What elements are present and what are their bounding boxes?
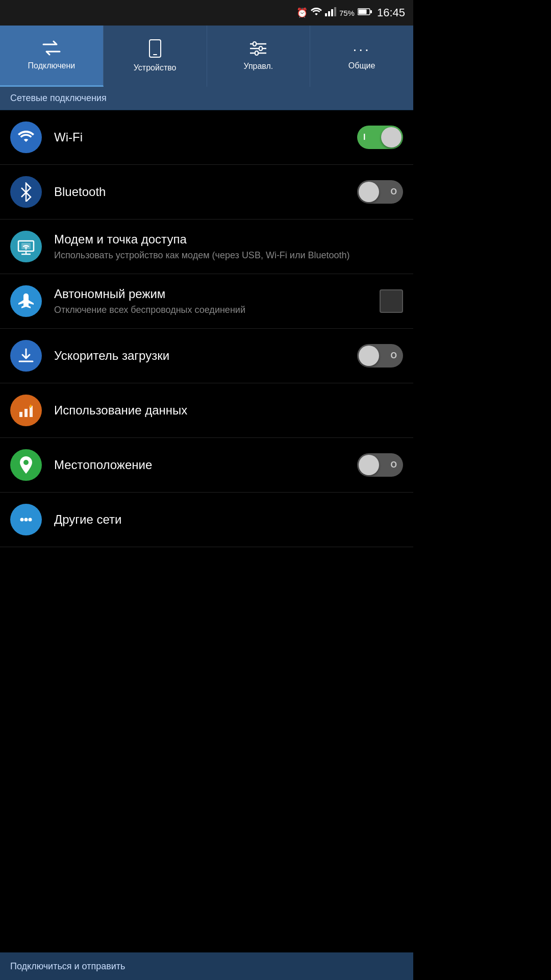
wifi-title: Wi-Fi <box>54 129 349 145</box>
more-networks-icon <box>10 504 42 535</box>
download-booster-item[interactable]: Ускоритель загрузки O <box>0 329 413 383</box>
svg-rect-3 <box>334 7 336 16</box>
phone-icon <box>148 39 162 60</box>
airplane-item-icon <box>10 285 42 317</box>
download-booster-toggle[interactable]: O <box>357 344 403 368</box>
data-usage-text: Использование данных <box>54 402 403 418</box>
battery-icon <box>358 8 372 18</box>
data-usage-icon <box>10 395 42 426</box>
svg-point-29 <box>20 518 24 522</box>
svg-point-21 <box>26 248 27 250</box>
bluetooth-toggle[interactable]: O <box>357 180 403 204</box>
signal-icon <box>325 7 336 19</box>
bottom-bar[interactable]: Подключиться и отправить <box>0 952 413 980</box>
bottom-bar-label: Подключиться и отправить <box>10 961 125 972</box>
wifi-item-text: Wi-Fi <box>54 129 349 145</box>
svg-rect-2 <box>331 9 333 16</box>
download-booster-text: Ускоритель загрузки <box>54 348 349 363</box>
airplane-subtitle: Отключение всех беспроводных соединений <box>54 304 371 316</box>
more-networks-title: Другие сети <box>54 511 403 527</box>
status-icons: ⏰ 75% 16:45 <box>296 6 405 19</box>
wifi-toggle[interactable]: I <box>357 126 403 149</box>
airplane-checkbox[interactable] <box>380 289 403 313</box>
tab-controls-label: Управл. <box>243 61 273 71</box>
download-booster-title: Ускоритель загрузки <box>54 348 349 363</box>
svg-point-31 <box>29 518 32 522</box>
location-icon <box>10 449 42 481</box>
svg-rect-1 <box>328 11 330 16</box>
location-toggle[interactable]: O <box>357 453 403 477</box>
svg-rect-14 <box>255 51 258 55</box>
location-item[interactable]: Местоположение O <box>0 438 413 493</box>
tethering-item-icon <box>10 231 42 262</box>
settings-list: Wi-Fi I Bluetooth O <box>0 110 413 547</box>
bluetooth-item-icon <box>10 176 42 208</box>
svg-rect-25 <box>24 409 28 417</box>
svg-rect-12 <box>253 42 256 46</box>
tab-connections[interactable]: Подключени <box>0 26 104 87</box>
data-usage-title: Использование данных <box>54 402 403 418</box>
svg-point-30 <box>24 518 28 522</box>
svg-rect-8 <box>153 54 157 55</box>
tethering-title: Модем и точка доступа <box>54 231 403 247</box>
status-time: 16:45 <box>377 6 405 19</box>
tab-general-label: Общие <box>348 61 375 70</box>
data-usage-item[interactable]: Использование данных <box>0 383 413 438</box>
tethering-subtitle: Использовать устройство как модем (через… <box>54 249 403 262</box>
tethering-item[interactable]: Модем и точка доступа Использовать устро… <box>0 219 413 274</box>
bluetooth-item-text: Bluetooth <box>54 184 349 200</box>
airplane-item[interactable]: Автономный режим Отключение всех беспров… <box>0 274 413 329</box>
wifi-status-icon <box>311 7 322 19</box>
arrows-icon <box>42 40 61 58</box>
section-header: Сетевые подключения <box>0 87 413 110</box>
wifi-item-icon <box>10 121 42 153</box>
more-networks-text: Другие сети <box>54 511 403 527</box>
dots-icon: ··· <box>353 41 370 58</box>
battery-percent: 75% <box>339 9 355 17</box>
svg-rect-6 <box>358 9 366 14</box>
svg-rect-5 <box>370 10 372 13</box>
tab-device[interactable]: Устройство <box>104 26 207 87</box>
download-booster-icon <box>10 340 42 372</box>
tab-bar: Подключени Устройство Управл. ··· Общ <box>0 26 413 87</box>
alarm-icon: ⏰ <box>296 7 308 18</box>
svg-line-15 <box>21 188 26 192</box>
tethering-item-text: Модем и точка доступа Использовать устро… <box>54 231 403 262</box>
airplane-title: Автономный режим <box>54 286 371 302</box>
status-bar: ⏰ 75% 16:45 <box>0 0 413 26</box>
svg-point-27 <box>23 460 29 465</box>
svg-line-16 <box>21 192 26 197</box>
svg-rect-0 <box>325 13 327 16</box>
sliders-icon <box>249 41 267 58</box>
wifi-item[interactable]: Wi-Fi I <box>0 110 413 165</box>
bluetooth-title: Bluetooth <box>54 184 349 200</box>
svg-rect-13 <box>259 46 262 51</box>
svg-rect-24 <box>19 412 22 417</box>
airplane-item-text: Автономный режим Отключение всех беспров… <box>54 286 371 316</box>
location-text: Местоположение <box>54 457 349 473</box>
bluetooth-item[interactable]: Bluetooth O <box>0 165 413 219</box>
more-networks-item[interactable]: Другие сети <box>0 493 413 547</box>
tab-connections-label: Подключени <box>28 61 76 70</box>
tab-device-label: Устройство <box>134 63 177 72</box>
location-title: Местоположение <box>54 457 349 473</box>
tab-controls[interactable]: Управл. <box>207 26 311 87</box>
tab-general[interactable]: ··· Общие <box>310 26 413 87</box>
